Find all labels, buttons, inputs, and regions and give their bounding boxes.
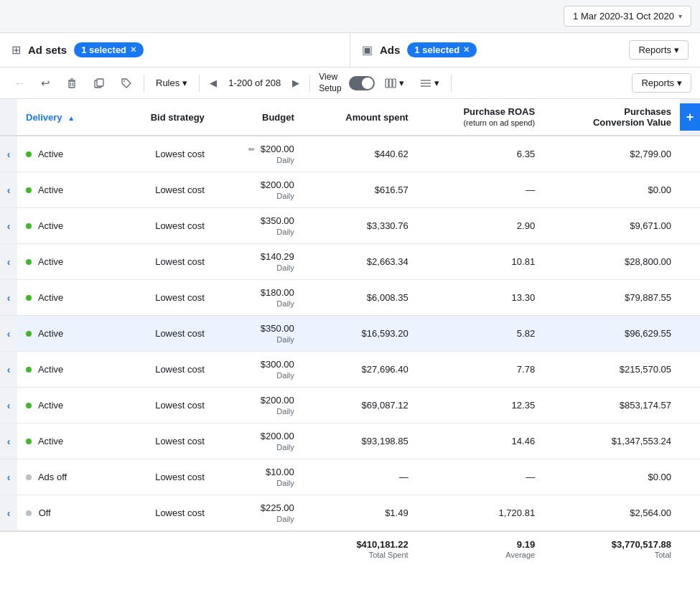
row-expand-cell[interactable]: ‹ (0, 280, 17, 316)
totals-amount-spent: $410,181.22 Total Spent (303, 531, 417, 566)
back-button[interactable]: ← (9, 73, 31, 93)
sections-row: ⊞ Ad sets 1 selected ✕ ▣ Ads 1 selected … (0, 33, 700, 67)
bid-strategy-column-header[interactable]: Bid strategy (111, 99, 213, 136)
row-expand-cell[interactable]: ‹ (0, 172, 17, 208)
totals-expand-cell (0, 531, 17, 566)
chevron-down-icon: ▾ (678, 12, 682, 20)
roas-column-header[interactable]: Purchase ROAS(return on ad spend) (417, 99, 543, 136)
bid-strategy-cell: Lowest cost (111, 244, 213, 280)
ads-badge-label: 1 selected (414, 45, 459, 55)
amount-spent-cell: $27,696.40 (303, 352, 417, 388)
add-column-button[interactable]: + (680, 99, 700, 136)
row-expand-cell[interactable]: ‹ (0, 316, 17, 352)
total-spent-value: $410,181.22 (356, 539, 408, 550)
row-expand-cell[interactable]: ‹ (0, 495, 17, 532)
budget-period: Daily (222, 192, 294, 200)
status-dot (26, 403, 32, 408)
reports-button[interactable]: Reports ▾ (629, 40, 689, 60)
ad-sets-panel: ⊞ Ad sets 1 selected ✕ (0, 33, 350, 67)
delivery-cell: Active (17, 208, 111, 244)
ads-title: Ads (380, 44, 400, 56)
roas-cell: 12.35 (417, 388, 543, 424)
delivery-cell: Active (17, 316, 111, 352)
roas-cell: 5.82 (417, 316, 543, 352)
view-label: View (319, 72, 341, 83)
budget-period: Daily (222, 335, 294, 344)
chevron-down-icon: ▾ (434, 78, 439, 88)
delivery-status: Active (38, 328, 63, 339)
add-col-cell (680, 172, 700, 208)
columns-button[interactable]: ▾ (379, 74, 410, 92)
roas-cell: — (417, 459, 543, 495)
table-footer: $410,181.22 Total Spent 9.19 Average $3,… (0, 531, 700, 566)
row-expand-cell[interactable]: ‹ (0, 208, 17, 244)
budget-cell: $200.00Daily (213, 424, 303, 459)
row-expand-cell[interactable]: ‹ (0, 352, 17, 388)
date-range-button[interactable]: 1 Mar 2020-31 Oct 2020 ▾ (564, 6, 691, 27)
tag-button[interactable] (115, 74, 138, 93)
delivery-status: Active (38, 292, 63, 303)
view-setup: View Setup (316, 72, 344, 94)
table-row: ‹ Ads off Lowest cost $10.00Daily — — $0… (0, 459, 700, 495)
prev-page-button[interactable]: ◀ (205, 75, 221, 91)
budget-period: Daily (222, 479, 294, 487)
row-expand-cell[interactable]: ‹ (0, 244, 17, 280)
ad-sets-icon: ⊞ (11, 43, 21, 57)
ads-selected-badge[interactable]: 1 selected ✕ (407, 42, 477, 57)
toolbar-divider (451, 75, 452, 92)
delivery-cell: Active (17, 136, 111, 172)
rules-button[interactable]: Rules ▾ (150, 74, 193, 92)
toolbar-divider (199, 75, 200, 92)
toggle-switch[interactable] (349, 76, 375, 90)
bid-strategy-cell: Lowest cost (111, 424, 213, 459)
budget-cell: $350.00Daily (213, 316, 303, 352)
purchases-value-cell: $853,174.57 (543, 388, 680, 424)
amount-spent-cell: $1.49 (303, 495, 417, 532)
toolbar-reports-button[interactable]: Reports ▾ (632, 73, 691, 93)
delivery-status: Active (38, 436, 63, 446)
budget-period: Daily (222, 228, 294, 236)
delivery-cell: Active (17, 388, 111, 424)
delete-button[interactable] (60, 74, 83, 93)
row-expand-cell[interactable]: ‹ (0, 424, 17, 459)
toolbar-divider (144, 75, 144, 92)
table-row: ‹ Active Lowest cost $350.00Daily $16,59… (0, 316, 700, 352)
budget-cell: $225.00Daily (213, 495, 303, 532)
duplicate-button[interactable] (88, 74, 111, 93)
delivery-column-header[interactable]: Delivery ▲ (17, 99, 111, 136)
status-dot (26, 187, 32, 193)
total-purchases-label: Total (552, 551, 671, 559)
totals-empty-cell (17, 531, 303, 566)
undo-button[interactable]: ↩ (35, 73, 56, 93)
budget-cell: $200.00Daily (213, 172, 303, 208)
delivery-cell: Active (17, 352, 111, 388)
row-expand-cell[interactable]: ‹ (0, 388, 17, 424)
breakdown-button[interactable]: ▾ (414, 74, 445, 92)
chevron-down-icon: ▾ (399, 78, 404, 88)
edit-icon[interactable]: ✏ (248, 145, 255, 154)
next-page-button[interactable]: ▶ (288, 75, 304, 91)
chevron-down-icon: ▾ (182, 78, 187, 88)
row-expand-cell[interactable]: ‹ (0, 459, 17, 495)
amount-spent-column-header[interactable]: Amount spent (303, 99, 417, 136)
row-expand-cell[interactable]: ‹ (0, 136, 17, 172)
ad-sets-selected-badge[interactable]: 1 selected ✕ (74, 42, 144, 57)
delivery-cell: Active (17, 424, 111, 459)
purchases-value-column-header[interactable]: PurchasesConversion Value (543, 99, 680, 136)
svg-rect-10 (393, 79, 396, 88)
amount-spent-cell: $6,008.35 (303, 280, 417, 316)
amount-spent-cell: $93,198.85 (303, 424, 417, 459)
table-row: ‹ Active Lowest cost $300.00Daily $27,69… (0, 352, 700, 388)
status-dot (26, 331, 32, 337)
delivery-status: Active (38, 400, 63, 411)
bid-strategy-cell: Lowest cost (111, 136, 213, 172)
close-icon[interactable]: ✕ (130, 45, 136, 55)
amount-spent-cell: $3,330.76 (303, 208, 417, 244)
setup-label: Setup (319, 83, 341, 95)
add-col-cell (680, 136, 700, 172)
close-icon[interactable]: ✕ (463, 45, 470, 55)
table-row: ‹ Active Lowest cost $200.00Daily $93,19… (0, 424, 700, 459)
table-row: ‹ Active Lowest cost $350.00Daily $3,330… (0, 208, 700, 244)
budget-column-header[interactable]: Budget (213, 99, 303, 136)
reports-label: Reports (641, 78, 674, 88)
